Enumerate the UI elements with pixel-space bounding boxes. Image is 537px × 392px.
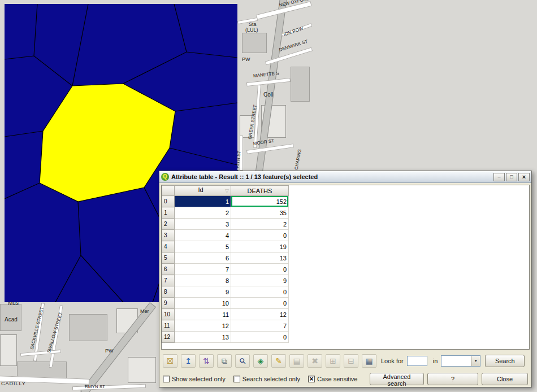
cell-id[interactable]: 8 [175,275,231,286]
cell-id[interactable]: 4 [175,230,231,241]
search-selected-only-checkbox[interactable]: Search selected only [233,376,300,382]
map-block [242,33,267,53]
advanced-search-button[interactable]: Advanced search [370,373,424,385]
column-header-deaths[interactable]: DEATHS [231,186,289,196]
cell-deaths[interactable]: 0 [231,264,289,275]
field-dropdown[interactable]: ▼ [441,355,480,367]
row-header[interactable]: 6 [162,264,175,275]
row-header[interactable]: 3 [162,230,175,241]
cell-deaths[interactable]: 35 [231,207,289,219]
map-block [0,334,17,366]
checkbox-icon [233,376,240,382]
table-row[interactable]: 232 [162,219,289,230]
move-selection-to-top-button[interactable]: ↥ [181,354,196,368]
titlebar[interactable]: Q Attribute table - Result :: 1 / 13 fea… [159,171,531,183]
cell-id[interactable]: 2 [175,207,231,219]
show-selected-only-checkbox[interactable]: Show selected only [163,376,226,382]
map-label: Acad [5,316,18,323]
window-title: Attribute table - Result :: 1 / 13 featu… [171,173,492,180]
road [20,350,61,356]
pan-to-selected-button[interactable]: ◈ [253,354,268,368]
table-row[interactable]: 9100 [162,298,289,309]
table-row[interactable]: 5613 [162,252,289,264]
look-for-input[interactable] [407,356,427,366]
cell-deaths[interactable]: 12 [231,309,289,320]
cell-deaths[interactable]: 0 [231,230,289,241]
case-sensitive-label: Case sensitive [317,376,358,382]
cell-id[interactable]: 1 [175,196,231,207]
cell-id[interactable]: 6 [175,252,231,264]
field-calculator-button[interactable]: ▦ [362,354,376,368]
row-header[interactable]: 12 [162,332,175,343]
column-header-id[interactable]: Id ▽ [175,186,231,196]
table-row[interactable]: 890 [162,286,289,298]
search-selected-only-label: Search selected only [242,376,300,382]
row-header[interactable]: 7 [162,275,175,286]
cell-deaths[interactable]: 9 [231,275,289,286]
cell-deaths[interactable]: 19 [231,241,289,252]
row-header[interactable]: 0 [162,196,175,207]
table-row[interactable]: 11127 [162,320,289,332]
help-button[interactable]: ? [427,373,478,385]
row-header[interactable]: 1 [162,207,175,219]
save-edits-button[interactable]: ▤ [289,354,304,368]
table-row[interactable]: 101112 [162,309,289,320]
chevron-down-icon: ▼ [471,356,480,366]
row-header[interactable]: 4 [162,241,175,252]
row-header[interactable]: 8 [162,286,175,298]
cell-id[interactable]: 13 [175,332,231,343]
dialog-footer: Show selected only Search selected only … [163,372,528,386]
map-block [69,314,107,341]
invert-selection-button[interactable]: ⇅ [199,354,214,368]
delete-features-button[interactable]: ✖ [308,354,322,368]
road [72,384,146,391]
map-label: CHARING [294,149,302,170]
cell-deaths[interactable]: 0 [231,332,289,343]
row-header[interactable]: 9 [162,298,175,309]
unselect-all-button[interactable]: ☒ [163,354,177,368]
cell-deaths[interactable]: 7 [231,320,289,332]
delete-column-icon: ⊟ [348,357,354,365]
cell-id[interactable]: 9 [175,286,231,298]
new-column-button[interactable]: ⊞ [326,354,340,368]
search-button[interactable]: Search [485,355,525,367]
row-header[interactable]: 10 [162,309,175,320]
map-label: Mer [140,308,149,314]
sort-indicator-icon: ▽ [225,186,229,195]
table-row[interactable]: 01152 [162,196,289,207]
row-header[interactable]: 11 [162,320,175,332]
table-row[interactable]: 12130 [162,332,289,343]
cell-id[interactable]: 7 [175,264,231,275]
copy-rows-button[interactable]: ⧉ [217,354,232,368]
delete-column-button[interactable]: ⊟ [344,354,358,368]
table-corner [162,186,175,196]
cell-id[interactable]: 10 [175,298,231,309]
close-window-button[interactable]: × [518,173,530,181]
cell-deaths[interactable]: 2 [231,219,289,230]
table-row[interactable]: 670 [162,264,289,275]
maximize-button[interactable]: □ [506,173,517,181]
close-button[interactable]: Close [482,373,528,385]
cell-deaths[interactable]: 0 [231,286,289,298]
table-row[interactable]: 4519 [162,241,289,252]
table-row[interactable]: 789 [162,275,289,286]
attribute-toolbar: ☒ ↥ ⇅ ⧉ ⚲ ◈ ✎ ▤ ✖ ⊞ ⊟ ▦ Look for in ▼ Se… [163,353,528,369]
table-row[interactable]: 340 [162,230,289,241]
cell-deaths[interactable]: 152 [231,196,289,207]
cell-id[interactable]: 11 [175,309,231,320]
zoom-to-selected-button[interactable]: ⚲ [235,354,250,368]
cell-id[interactable]: 3 [175,219,231,230]
map-block [17,361,67,378]
cell-id[interactable]: 5 [175,241,231,252]
table-row[interactable]: 1235 [162,207,289,219]
case-sensitive-checkbox[interactable]: Case sensitive [308,376,358,382]
toggle-editing-button[interactable]: ✎ [271,354,286,368]
minimize-button[interactable]: – [493,173,505,181]
cell-deaths[interactable]: 0 [231,298,289,309]
attribute-table[interactable]: Id ▽ DEATHS 0115212352323404519561367078… [161,185,530,350]
move-selection-to-top-icon: ↥ [185,357,192,365]
row-header[interactable]: 5 [162,252,175,264]
row-header[interactable]: 2 [162,219,175,230]
cell-id[interactable]: 12 [175,320,231,332]
cell-deaths[interactable]: 13 [231,252,289,264]
